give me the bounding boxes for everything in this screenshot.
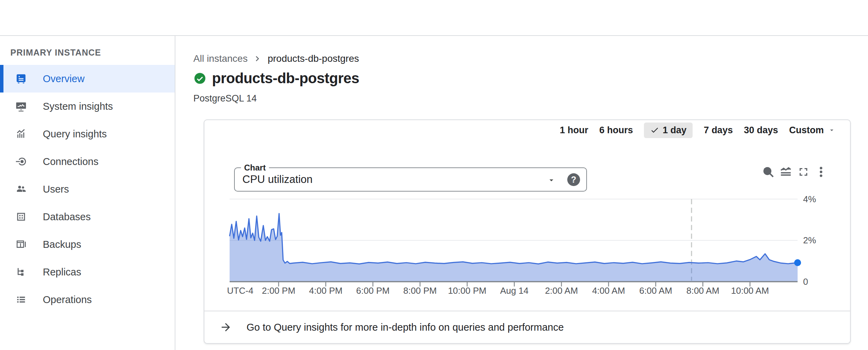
time-range-6-hours[interactable]: 6 hours [599, 125, 633, 136]
zoom-reset-icon[interactable] [762, 165, 775, 178]
instance-name: products-db-postgres [212, 70, 359, 87]
time-range-7-days[interactable]: 7 days [704, 125, 733, 136]
sidebar-item-label: Replicas [43, 266, 81, 278]
select-dropdown-icon [547, 176, 556, 186]
time-range-custom[interactable]: Custom [789, 125, 836, 136]
dropdown-arrow-icon [828, 126, 836, 134]
metrics-card [204, 119, 851, 344]
time-range-1-day-selected[interactable]: 1 day [644, 123, 693, 138]
replicas-icon [15, 266, 27, 278]
sidebar-section-title: PRIMARY INSTANCE [10, 48, 101, 58]
banner-text: Go to Query insights for more in-depth i… [247, 322, 564, 333]
operations-icon [15, 294, 27, 305]
sidebar-item-label: Connections [43, 156, 98, 167]
sidebar-item-databases[interactable]: Databases [0, 203, 175, 231]
query-insights-icon [15, 128, 27, 140]
instance-title-row: products-db-postgres [193, 70, 359, 87]
system-insights-icon [15, 100, 27, 112]
time-range-1-hour[interactable]: 1 hour [560, 125, 588, 136]
chart-toolbar [762, 164, 831, 179]
breadcrumb: All instances products-db-postgres [193, 52, 359, 65]
time-range-selector: 1 hour 6 hours 1 day 7 days 30 days Cust… [570, 122, 836, 138]
arrow-right-icon [220, 321, 232, 333]
sidebar-item-connections[interactable]: Connections [0, 148, 175, 175]
check-icon [650, 126, 659, 135]
help-icon[interactable]: ? [567, 173, 580, 186]
time-range-custom-label: Custom [789, 125, 824, 136]
time-range-1-day-label: 1 day [663, 125, 686, 136]
sidebar-item-label: Users [43, 184, 69, 195]
area-chart-icon[interactable] [779, 165, 792, 178]
sidebar-item-label: Databases [43, 211, 91, 223]
sidebar-item-overview[interactable]: Overview [0, 65, 175, 93]
sidebar-item-query-insights[interactable]: Query insights [0, 120, 175, 148]
sidebar-item-label: Backups [43, 239, 81, 250]
chart-metric-select[interactable]: Chart CPU utilization ? [234, 167, 587, 192]
sidebar-item-label: Operations [43, 294, 92, 305]
sidebar-item-replicas[interactable]: Replicas [0, 258, 175, 286]
sidebar-item-users[interactable]: Users [0, 175, 175, 203]
backups-icon [15, 239, 27, 250]
sidebar-item-label: Overview [43, 73, 85, 85]
users-icon [15, 183, 27, 195]
sidebar-item-backups[interactable]: Backups [0, 231, 175, 258]
chevron-right-icon [252, 54, 263, 64]
breadcrumb-all-instances[interactable]: All instances [193, 53, 248, 64]
cloud-sql-console: SQL Overview EDIT IMPORT EXPORT RESTART … [0, 0, 868, 350]
sidebar-item-operations[interactable]: Operations [0, 286, 175, 313]
time-range-30-days[interactable]: 30 days [744, 125, 778, 136]
instance-engine: PostgreSQL 14 [193, 93, 257, 104]
connections-icon [15, 156, 27, 167]
query-insights-banner[interactable]: Go to Query insights for more in-depth i… [204, 311, 850, 343]
app-header [0, 0, 868, 36]
databases-icon [15, 211, 27, 223]
fullscreen-icon[interactable] [797, 165, 810, 178]
sidebar-divider [175, 0, 175, 350]
overview-icon [15, 73, 27, 85]
sidebar-item-label: System insights [43, 101, 113, 112]
more-options-kebab-icon[interactable] [814, 165, 828, 178]
chart-metric-value: CPU utilization [242, 168, 312, 191]
status-healthy-icon [193, 72, 206, 85]
sidebar-item-system-insights[interactable]: System insights [0, 93, 175, 120]
sidebar-item-label: Query insights [43, 128, 107, 140]
breadcrumb-current: products-db-postgres [268, 53, 359, 64]
